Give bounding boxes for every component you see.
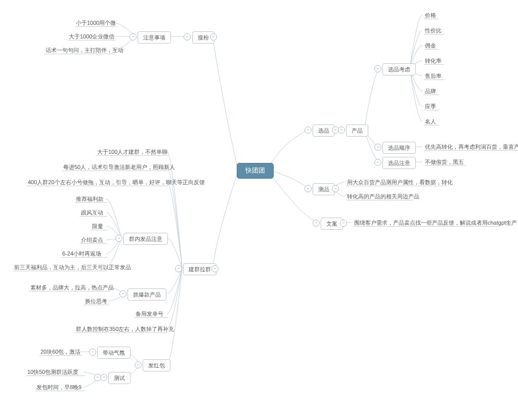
node-xuanpinkaoliang[interactable]: 选品考虑	[382, 63, 416, 75]
collapse-icon[interactable]: −	[338, 127, 345, 134]
leaf: 前三天福利品，互动为主，后三天可以正常发品	[14, 264, 131, 271]
leaf: 换位思考	[85, 298, 107, 305]
root-node[interactable]: 快团团	[237, 163, 274, 179]
node-zhuyishixiang[interactable]: 注意事项	[138, 31, 171, 44]
collapse-icon[interactable]: −	[184, 33, 191, 40]
leaf: 价格	[425, 12, 436, 19]
collapse-icon[interactable]: −	[119, 290, 126, 298]
leaf: 大于100人才建群，不然单聊	[97, 148, 167, 155]
leaf: 售后率	[425, 72, 442, 79]
node-zhuabao[interactable]: 抓爆款产品	[127, 288, 166, 301]
collapse-icon[interactable]: −	[374, 65, 381, 72]
node-qunneifapin[interactable]: 群内发品注意	[123, 233, 168, 245]
leaf: 名人	[425, 118, 436, 125]
leaf: 介绍卖点	[81, 236, 103, 243]
collapse-icon[interactable]: −	[305, 127, 312, 134]
leaf: 不做假货，黑五	[425, 158, 464, 165]
collapse-icon[interactable]: −	[340, 220, 347, 227]
leaf: 话术一句句问，主打陪伴，互动	[46, 47, 123, 54]
leaf: 限量	[92, 223, 103, 230]
leaf: 转化高的产品的相关周边产品	[347, 193, 419, 200]
node-ceshi[interactable]: 测试	[108, 372, 131, 384]
leaf: 推荐福利款	[76, 195, 104, 202]
leaf: 性价比	[425, 27, 442, 34]
leaf: 20块60包，激活	[40, 348, 80, 355]
collapse-icon[interactable]: −	[115, 235, 122, 242]
leaf: 群人数控制在350左右，人数掉了再补充	[76, 325, 174, 332]
collapse-icon[interactable]: −	[305, 185, 312, 192]
collapse-icon[interactable]: −	[332, 185, 339, 192]
collapse-icon[interactable]: −	[89, 349, 96, 356]
leaf: 小于1000用个微	[76, 19, 116, 26]
collapse-icon[interactable]: −	[130, 33, 137, 40]
leaf: 10快50包测群活跃度	[27, 368, 78, 375]
leaf: 6-24小时再返场	[62, 250, 101, 257]
collapse-icon[interactable]: −	[100, 374, 107, 381]
collapse-icon[interactable]: −	[135, 361, 142, 368]
leaf: 应季	[425, 103, 436, 110]
leaf: 备用发单号	[136, 310, 163, 317]
node-fahongbao[interactable]: 发红包	[143, 359, 170, 371]
collapse-icon[interactable]: −	[374, 159, 381, 166]
leaf: 400人群20个左右小号做拖，互动，引导，晒单，好评，聊天等正向反馈	[28, 179, 205, 186]
node-xuanpinshunxu[interactable]: 选品顺序	[382, 142, 416, 154]
leaf: 品牌	[425, 88, 436, 95]
collapse-icon[interactable]: −	[211, 265, 219, 272]
collapse-icon[interactable]: −	[175, 265, 182, 272]
node-chanpin[interactable]: 产品	[346, 124, 368, 137]
leaf: 发包时间，早8晚9	[36, 384, 81, 391]
leaf: 素材多，品牌大，拉高，热点产品	[30, 284, 114, 291]
leaf: 优先高转化，再考虑利润百货，垂直产品，品牌产品	[425, 143, 518, 150]
leaf: 转化率	[425, 57, 442, 64]
node-xuanpinzhuyi[interactable]: 选品注意	[382, 157, 416, 169]
node-daidongqifen[interactable]: 带动气氛	[97, 347, 131, 359]
leaf: 佣金	[425, 42, 436, 49]
collapse-icon[interactable]: −	[374, 144, 381, 151]
collapse-icon[interactable]: −	[94, 374, 101, 381]
leaf: 大于1000企业微信	[69, 33, 114, 40]
leaf: 围绕客户需求，产品卖点找一些产品反馈，解说或者用chatgpt生产	[354, 219, 517, 226]
collapse-icon[interactable]: −	[313, 220, 320, 227]
leaf: 用大众百货产品测用户属性，看数据，转化	[347, 179, 453, 186]
leaf: 跟风互动	[81, 209, 103, 216]
collapse-icon[interactable]: −	[210, 33, 217, 40]
leaf: 每进50人，话术引导激活新老用户，照顾新人	[63, 163, 175, 171]
